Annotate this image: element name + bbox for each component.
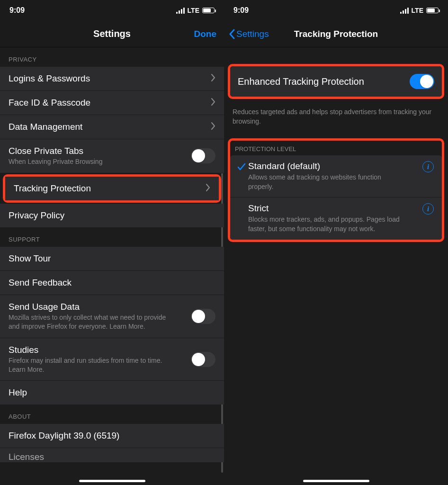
network-label: LTE (412, 7, 423, 14)
section-header-protection-level: PROTECTION LEVEL (230, 141, 442, 155)
tp-content: Enhanced Tracking Protection Reduces tar… (224, 47, 448, 485)
row-licenses[interactable]: Licenses (0, 448, 224, 462)
label: Tracking Protection (14, 183, 206, 194)
highlight-tracking-row: Tracking Protection (3, 174, 221, 203)
highlight-protection-level: PROTECTION LEVEL Standard (default) Allo… (228, 138, 444, 242)
etp-toggle[interactable] (410, 74, 434, 89)
clock: 9:09 (9, 6, 25, 15)
row-standard[interactable]: Standard (default) Allows some ad tracki… (230, 155, 442, 198)
info-icon[interactable]: i (422, 203, 434, 215)
settings-list: PRIVACY Logins & Passwords Face ID & Pas… (0, 47, 224, 485)
nav-bar: Settings Tracking Protection (224, 21, 448, 47)
label: Strict (248, 203, 421, 214)
home-indicator[interactable] (79, 480, 145, 482)
signal-icon (176, 8, 185, 14)
chevron-right-icon (211, 73, 215, 84)
studies-toggle[interactable] (191, 352, 215, 367)
sublabel: When Leaving Private Browsing (9, 157, 191, 166)
label: Licenses (9, 452, 215, 462)
section-header-privacy: PRIVACY (0, 47, 224, 67)
label: Logins & Passwords (9, 73, 211, 84)
chevron-left-icon (229, 29, 235, 39)
sublabel: Blocks more trackers, ads, and popups. P… (248, 215, 419, 234)
back-label: Settings (236, 29, 269, 39)
row-show-tour[interactable]: Show Tour (0, 247, 224, 271)
sublabel: Allows some ad tracking so websites func… (248, 173, 395, 191)
label: Enhanced Tracking Protection (238, 76, 364, 87)
row-send-usage-data[interactable]: Send Usage Data Mozilla strives to only … (0, 295, 224, 338)
row-send-feedback[interactable]: Send Feedback (0, 271, 224, 295)
back-button[interactable]: Settings (229, 29, 269, 39)
label: Firefox Daylight 39.0 (6519) (9, 431, 215, 441)
row-logins-passwords[interactable]: Logins & Passwords (0, 67, 224, 91)
highlight-etp: Enhanced Tracking Protection (228, 64, 444, 99)
label: Send Usage Data (9, 302, 191, 312)
section-header-support: SUPPORT (0, 227, 224, 247)
row-tracking-protection[interactable]: Tracking Protection (5, 177, 219, 200)
etp-description: Reduces targeted ads and helps stop adve… (224, 103, 448, 130)
usage-toggle[interactable] (191, 309, 215, 324)
row-version[interactable]: Firefox Daylight 39.0 (6519) (0, 424, 224, 448)
sublabel: Mozilla strives to only collect what we … (9, 313, 170, 331)
tracking-protection-screen: 9:09 LTE Settings Tracking Protection En… (224, 0, 448, 485)
clock: 9:09 (233, 6, 249, 15)
battery-icon (426, 8, 439, 13)
nav-bar: Settings Done (0, 21, 224, 47)
row-help[interactable]: Help (0, 381, 224, 404)
row-privacy-policy[interactable]: Privacy Policy (0, 204, 224, 227)
label: Studies (9, 345, 191, 355)
network-label: LTE (188, 7, 199, 14)
status-bar: 9:09 LTE (224, 0, 448, 21)
done-button[interactable]: Done (194, 29, 217, 39)
row-close-private-tabs[interactable]: Close Private Tabs When Leaving Private … (0, 139, 224, 173)
label: Face ID & Passcode (9, 98, 211, 108)
row-studies[interactable]: Studies Firefox may install and run stud… (0, 338, 224, 381)
battery-icon (202, 8, 215, 13)
chevron-right-icon (211, 98, 215, 108)
label: Standard (default) (248, 161, 421, 171)
page-title: Settings (93, 28, 131, 39)
checkmark-icon (237, 163, 246, 171)
label: Send Feedback (9, 278, 215, 288)
chevron-right-icon (206, 183, 210, 194)
page-title: Tracking Protection (294, 29, 378, 39)
label: Show Tour (9, 253, 215, 264)
settings-screen: 9:09 LTE Settings Done PRIVACY Logins & … (0, 0, 224, 485)
status-bar: 9:09 LTE (0, 0, 224, 21)
label: Help (9, 387, 215, 398)
home-indicator[interactable] (303, 480, 369, 482)
row-enhanced-tracking-protection[interactable]: Enhanced Tracking Protection (230, 66, 442, 97)
label: Close Private Tabs (9, 146, 191, 156)
row-faceid-passcode[interactable]: Face ID & Passcode (0, 91, 224, 115)
info-icon[interactable]: i (422, 161, 434, 172)
signal-icon (400, 8, 409, 14)
row-data-management[interactable]: Data Management (0, 115, 224, 139)
label: Data Management (9, 122, 211, 132)
sublabel: Firefox may install and run studies from… (9, 356, 170, 374)
chevron-right-icon (211, 122, 215, 132)
close-tabs-toggle[interactable] (191, 148, 215, 163)
section-header-about: ABOUT (0, 404, 224, 424)
row-strict[interactable]: Strict Blocks more trackers, ads, and po… (230, 198, 442, 239)
label: Privacy Policy (9, 210, 215, 221)
